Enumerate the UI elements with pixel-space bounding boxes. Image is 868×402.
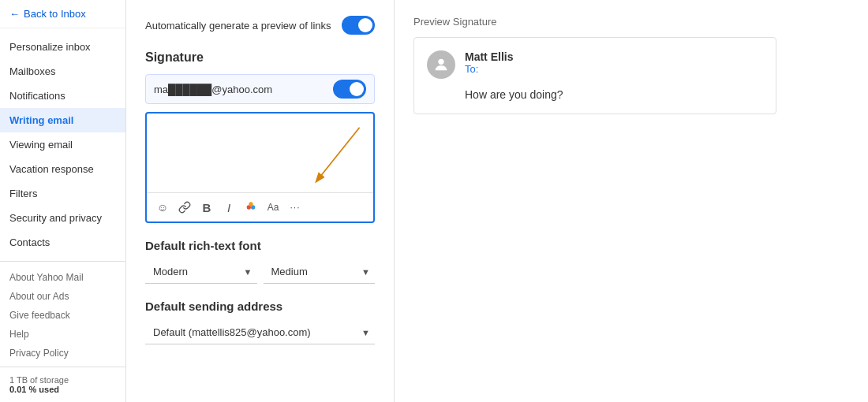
- emoji-icon[interactable]: ☺: [155, 199, 170, 215]
- sidebar-item-writing[interactable]: Writing email: [0, 108, 125, 132]
- nav-divider: [0, 261, 125, 262]
- default-font-label: Default rich-text font: [145, 239, 375, 252]
- color-icon[interactable]: [243, 199, 259, 215]
- sender-info: Matt Ellis To:: [465, 50, 513, 75]
- signature-label: Signature: [145, 50, 375, 65]
- sender-name: Matt Ellis: [465, 50, 513, 63]
- signature-editor-body[interactable]: [147, 114, 373, 192]
- sidebar-item-feedback[interactable]: Give feedback: [0, 306, 125, 325]
- font-family-select[interactable]: Modern Arial Georgia Times New Roman: [145, 260, 257, 284]
- sidebar-item-vacation[interactable]: Vacation response: [0, 157, 125, 181]
- sidebar-item-about-yahoo[interactable]: About Yahoo Mail: [0, 268, 125, 287]
- default-font-section: Default rich-text font Modern Arial Geor…: [145, 239, 375, 284]
- sidebar-item-personalize[interactable]: Personalize inbox: [0, 35, 125, 59]
- font-dropdowns: Modern Arial Georgia Times New Roman ▼ S…: [145, 260, 375, 284]
- sidebar-item-help[interactable]: Help: [0, 325, 125, 344]
- preview-body: How are you doing?: [427, 88, 763, 101]
- auto-preview-toggle[interactable]: [342, 16, 375, 35]
- sending-dropdown-wrapper: Default (mattellis825@yahoo.com) ▼: [145, 321, 375, 344]
- storage-used: 0.01 % used: [9, 385, 116, 394]
- back-arrow-icon: ←: [9, 8, 20, 20]
- sending-address-select[interactable]: Default (mattellis825@yahoo.com): [145, 321, 375, 344]
- bold-icon[interactable]: B: [199, 199, 215, 215]
- sidebar-item-filters[interactable]: Filters: [0, 181, 125, 206]
- sidebar: ← Back to Inbox Personalize inbox Mailbo…: [0, 0, 126, 402]
- sending-address-section: Default sending address Default (mattell…: [145, 300, 375, 344]
- sidebar-nav: Personalize inbox Mailboxes Notification…: [0, 28, 125, 367]
- sender-to: To:: [465, 63, 513, 75]
- sidebar-item-contacts[interactable]: Contacts: [0, 230, 125, 255]
- auto-preview-row: Automatically generate a preview of link…: [145, 16, 375, 35]
- sidebar-footer: 1 TB of storage 0.01 % used: [0, 367, 125, 402]
- signature-account-row: ma██████@yahoo.com: [145, 74, 375, 104]
- italic-icon[interactable]: I: [221, 199, 237, 215]
- avatar: [427, 50, 455, 79]
- sidebar-item-mailboxes[interactable]: Mailboxes: [0, 59, 125, 84]
- sig-account-email: ma██████@yahoo.com: [154, 84, 272, 95]
- signature-editor[interactable]: ☺ B I Aa ···: [145, 112, 375, 223]
- sidebar-item-security[interactable]: Security and privacy: [0, 206, 125, 230]
- sending-label: Default sending address: [145, 300, 375, 313]
- preview-panel: Preview Signature Matt Ellis To: How are…: [395, 0, 868, 402]
- preview-email-card: Matt Ellis To: How are you doing?: [413, 37, 776, 114]
- more-options-icon[interactable]: ···: [287, 199, 303, 215]
- sig-toggle[interactable]: [333, 80, 366, 99]
- sidebar-item-viewing[interactable]: Viewing email: [0, 132, 125, 157]
- signature-section: Signature ma██████@yahoo.com ☺: [145, 50, 375, 223]
- toggle-knob: [358, 18, 372, 32]
- sidebar-item-about-ads[interactable]: About our Ads: [0, 287, 125, 306]
- main-content: Automatically generate a preview of link…: [126, 0, 395, 402]
- link-icon[interactable]: [177, 199, 193, 215]
- sidebar-item-privacy[interactable]: Privacy Policy: [0, 344, 125, 363]
- font-size-icon[interactable]: Aa: [265, 199, 281, 215]
- svg-point-4: [438, 59, 443, 65]
- svg-point-3: [249, 202, 253, 206]
- font-family-dropdown-wrapper: Modern Arial Georgia Times New Roman ▼: [145, 260, 257, 284]
- sig-toggle-knob: [350, 82, 364, 96]
- font-size-dropdown-wrapper: Small Medium Large ▼: [264, 260, 376, 284]
- sidebar-item-notifications[interactable]: Notifications: [0, 84, 125, 108]
- back-to-inbox-button[interactable]: ← Back to Inbox: [0, 0, 125, 28]
- storage-label: 1 TB of storage: [9, 375, 116, 385]
- back-label: Back to Inbox: [24, 8, 86, 20]
- preview-title: Preview Signature: [413, 16, 849, 28]
- font-size-select[interactable]: Small Medium Large: [264, 260, 376, 284]
- auto-preview-label: Automatically generate a preview of link…: [145, 20, 342, 32]
- preview-sender-row: Matt Ellis To:: [427, 50, 763, 79]
- sig-editor-toolbar: ☺ B I Aa ···: [147, 192, 373, 221]
